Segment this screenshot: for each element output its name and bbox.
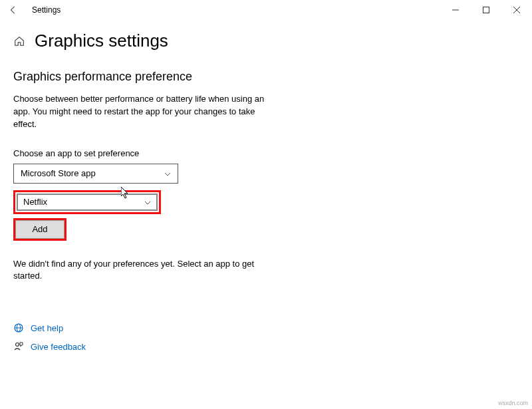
window-controls [440, 0, 532, 20]
feedback-icon [13, 341, 24, 352]
svg-point-5 [16, 343, 19, 346]
arrow-left-icon [9, 5, 18, 15]
minimize-button[interactable] [440, 0, 471, 20]
give-feedback-link[interactable]: Give feedback [31, 342, 86, 352]
heading-row: Graphics settings [13, 31, 519, 51]
add-button[interactable]: Add [15, 220, 65, 239]
help-icon [13, 323, 24, 333]
add-button-label: Add [32, 224, 47, 234]
maximize-icon [483, 7, 489, 13]
window-title: Settings [32, 5, 61, 15]
back-button[interactable] [5, 2, 21, 18]
titlebar: Settings [0, 0, 532, 20]
content-area: Graphics settings Graphics performance p… [0, 20, 532, 352]
app-type-value: Microsoft Store app [21, 168, 96, 178]
section-heading: Graphics performance preference [13, 70, 519, 84]
app-select-value: Netflix [23, 197, 47, 207]
chevron-down-icon [164, 168, 171, 178]
feedback-link-row: Give feedback [13, 341, 519, 352]
empty-state-message: We didn't find any of your preferences y… [13, 258, 266, 283]
app-select-dropdown[interactable]: Netflix [17, 194, 158, 211]
chevron-down-icon [144, 197, 151, 207]
home-button[interactable] [13, 35, 25, 47]
minimize-icon [452, 7, 459, 13]
help-link-row: Get help [13, 323, 519, 333]
watermark: wsxdn.com [498, 400, 528, 406]
svg-rect-1 [483, 7, 489, 13]
page-title: Graphics settings [35, 31, 168, 51]
choose-label: Choose an app to set preference [13, 148, 519, 158]
close-button[interactable] [501, 0, 532, 20]
section-description: Choose between better performance or bat… [13, 93, 266, 131]
app-select-highlight: Netflix [13, 190, 161, 214]
get-help-link[interactable]: Get help [31, 323, 63, 333]
close-icon [513, 7, 520, 13]
add-button-highlight: Add [13, 218, 66, 241]
maximize-button[interactable] [471, 0, 501, 20]
app-type-dropdown[interactable]: Microsoft Store app [13, 164, 178, 184]
home-icon [13, 35, 25, 47]
